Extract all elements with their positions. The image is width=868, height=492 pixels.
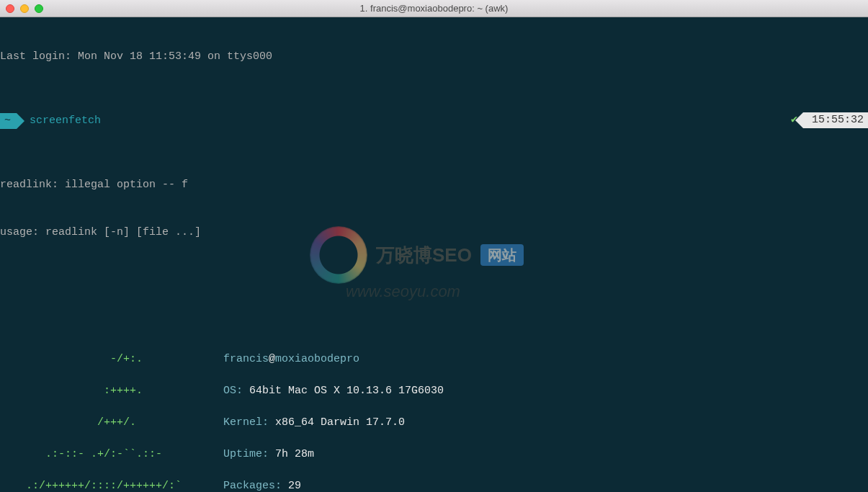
screenfetch-output: -/+:. :++++. /+++/. .:-::- .+/:-``.::- .…: [0, 336, 868, 492]
watermark-text: 万晓博SEO: [376, 247, 472, 263]
uptime-key: Uptime:: [223, 448, 269, 460]
error-line-2: usage: readlink [-n] [file ...]: [0, 225, 868, 241]
prompt-line-1: ~ screenfetch ✔ 15:55:32: [0, 112, 868, 130]
right-status-1: ✔ 15:55:32: [791, 112, 868, 128]
kernel-value: x86_64 Darwin 17.7.0: [275, 416, 405, 429]
time-badge-1: 15:55:32: [803, 112, 868, 128]
apple-logo-ascii: -/+:. :++++. /+++/. .:-::- .+/:-``.::- .…: [0, 336, 194, 492]
uptime-value: 7h 28m: [275, 448, 314, 460]
os-key: OS:: [223, 385, 243, 397]
packages-value: 29: [288, 480, 301, 492]
kernel-key: Kernel:: [223, 416, 269, 429]
last-login-line: Last login: Mon Nov 18 11:53:49 on ttys0…: [0, 49, 868, 65]
blank-line: [0, 272, 868, 288]
window-title: 1. francis@moxiaobodepro: ~ (awk): [0, 3, 868, 14]
command-text: screenfetch: [30, 113, 101, 129]
info-user: francis: [223, 353, 269, 365]
os-value: 64bit Mac OS X 10.13.6 17G6030: [249, 385, 444, 397]
system-info: francis@moxiaobodepro OS: 64bit Mac OS X…: [223, 336, 457, 492]
watermark-badge: 网站: [480, 244, 524, 266]
error-line-1: readlink: illegal option -- f: [0, 177, 868, 193]
packages-key: Packages:: [223, 480, 282, 492]
titlebar: 1. francis@moxiaobodepro: ~ (awk): [0, 0, 868, 17]
prompt-badge: ~: [0, 113, 17, 129]
terminal-area[interactable]: Last login: Mon Nov 18 11:53:49 on ttys0…: [0, 17, 868, 492]
info-host: moxiaobodepro: [275, 353, 359, 365]
